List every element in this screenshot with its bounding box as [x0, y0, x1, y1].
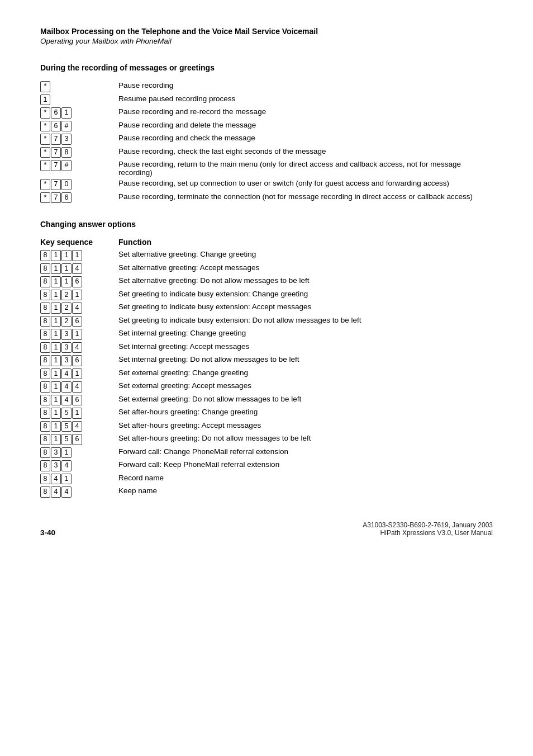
- key-badge: 1: [72, 290, 82, 301]
- key-badge: 1: [61, 263, 72, 275]
- page-subtitle: Operating your Mailbox with PhoneMail: [40, 37, 493, 45]
- table-row: 8131 Set internal greeting: Change greet…: [40, 328, 493, 341]
- page-header: Mailbox Processing on the Telephone and …: [40, 27, 493, 45]
- key-badge: 8: [40, 355, 50, 366]
- key-cell: *6#: [40, 120, 118, 133]
- key-badge: 8: [40, 460, 50, 471]
- key-badge: 1: [51, 316, 61, 327]
- key-badge: 8: [40, 316, 50, 327]
- function-cell: Set after-hours greeting: Change greetin…: [118, 407, 493, 420]
- function-cell: Keep name: [118, 485, 493, 499]
- changing-table: Key sequence Function 8111 Set alternati…: [40, 237, 493, 499]
- key-badge: 7: [51, 179, 61, 190]
- table-row: 8116 Set alternative greeting: Do not al…: [40, 275, 493, 289]
- function-cell: Set internal greeting: Change greeting: [118, 328, 493, 341]
- key-badge: 8: [61, 147, 72, 158]
- key-cell: 8126: [40, 315, 118, 328]
- key-badge: 1: [61, 474, 72, 485]
- function-cell: Set alternative greeting: Do not allow m…: [118, 275, 493, 289]
- key-cell: 8131: [40, 328, 118, 341]
- key-cell: 831: [40, 446, 118, 460]
- key-badge: 1: [51, 263, 61, 275]
- table-row: 8124 Set greeting to indicate busy exten…: [40, 301, 493, 315]
- key-badge: 4: [72, 381, 82, 393]
- key-badge: 8: [40, 395, 50, 406]
- key-badge: 6: [51, 107, 61, 119]
- table-row: 841 Record name: [40, 472, 493, 486]
- key-badge: 3: [51, 447, 61, 459]
- key-badge: 1: [51, 381, 61, 393]
- key-badge: 6: [51, 121, 61, 132]
- key-badge: 3: [61, 134, 72, 145]
- key-badge: 6: [72, 395, 82, 406]
- key-cell: 8116: [40, 275, 118, 289]
- key-badge: 3: [61, 342, 72, 353]
- key-badge: 5: [61, 434, 72, 445]
- key-badge: 4: [61, 395, 72, 406]
- key-badge: *: [40, 179, 50, 190]
- key-badge: 1: [51, 342, 61, 353]
- table-row: 831 Forward call: Change PhoneMail refer…: [40, 446, 493, 460]
- table-row: 8111 Set alternative greeting: Change gr…: [40, 249, 493, 262]
- table-row: *7# Pause recording, return to the main …: [40, 159, 493, 178]
- key-badge: 5: [61, 408, 72, 419]
- key-badge: 1: [51, 408, 61, 419]
- key-badge: 4: [72, 421, 82, 432]
- key-cell: 8141: [40, 367, 118, 381]
- key-cell: 8146: [40, 394, 118, 407]
- key-badge: *: [40, 160, 50, 171]
- key-badge: #: [61, 121, 72, 132]
- table-row: *61 Pause recording and re-record the me…: [40, 106, 493, 120]
- key-cell: 8144: [40, 380, 118, 394]
- changing-section-title: Changing answer options: [40, 220, 493, 229]
- key-badge: 4: [72, 303, 82, 314]
- key-badge: 7: [51, 147, 61, 158]
- key-badge: 2: [61, 303, 72, 314]
- table-row: 8114 Set alternative greeting: Accept me…: [40, 262, 493, 276]
- table-row: 8156 Set after-hours greeting: Do not al…: [40, 433, 493, 446]
- key-badge: 1: [51, 329, 61, 340]
- function-cell: Resume paused recording process: [118, 93, 493, 107]
- key-badge: 4: [72, 342, 82, 353]
- footer-product: HiPath Xpressions V3.0, User Manual: [363, 529, 493, 537]
- table-header-row: Key sequence Function: [40, 237, 493, 249]
- table-row: 8151 Set after-hours greeting: Change gr…: [40, 407, 493, 420]
- table-row: *6# Pause recording and delete the messa…: [40, 120, 493, 133]
- key-badge: 1: [72, 329, 82, 340]
- function-cell: Set external greeting: Accept messages: [118, 380, 493, 394]
- key-badge: 4: [61, 460, 72, 471]
- key-badge: 8: [40, 329, 50, 340]
- function-cell: Set external greeting: Change greeting: [118, 367, 493, 381]
- key-badge: *: [40, 121, 50, 132]
- key-badge: 1: [51, 434, 61, 445]
- function-cell: Pause recording and delete the message: [118, 120, 493, 133]
- key-cell: *70: [40, 178, 118, 191]
- key-badge: 6: [72, 355, 82, 366]
- key-badge: 7: [51, 192, 61, 204]
- key-badge: 6: [72, 434, 82, 445]
- function-cell: Set greeting to indicate busy extension:…: [118, 315, 493, 328]
- table-row: * Pause recording: [40, 80, 493, 93]
- key-badge: 8: [40, 381, 50, 393]
- key-badge: 6: [61, 192, 72, 204]
- function-cell: Pause recording and re-record the messag…: [118, 106, 493, 120]
- key-cell: *61: [40, 106, 118, 120]
- function-cell: Pause recording, return to the main menu…: [118, 159, 493, 178]
- key-cell: *73: [40, 133, 118, 146]
- key-badge: 2: [61, 316, 72, 327]
- key-cell: 1: [40, 93, 118, 107]
- key-badge: *: [40, 192, 50, 204]
- key-cell: 8154: [40, 420, 118, 433]
- table-row: *70 Pause recording, set up connection t…: [40, 178, 493, 191]
- function-cell: Set greeting to indicate busy extension:…: [118, 289, 493, 302]
- key-badge: *: [40, 147, 50, 158]
- page-footer: 3-40 A31003-S2330-B690-2-7619, January 2…: [40, 521, 493, 537]
- key-badge: 8: [40, 303, 50, 314]
- key-badge: 4: [72, 263, 82, 275]
- key-badge: *: [40, 134, 50, 145]
- table-row: 8134 Set internal greeting: Accept messa…: [40, 341, 493, 355]
- key-cell: 8111: [40, 249, 118, 262]
- key-badge: 1: [51, 355, 61, 366]
- key-cell: 844: [40, 485, 118, 499]
- key-badge: 8: [40, 290, 50, 301]
